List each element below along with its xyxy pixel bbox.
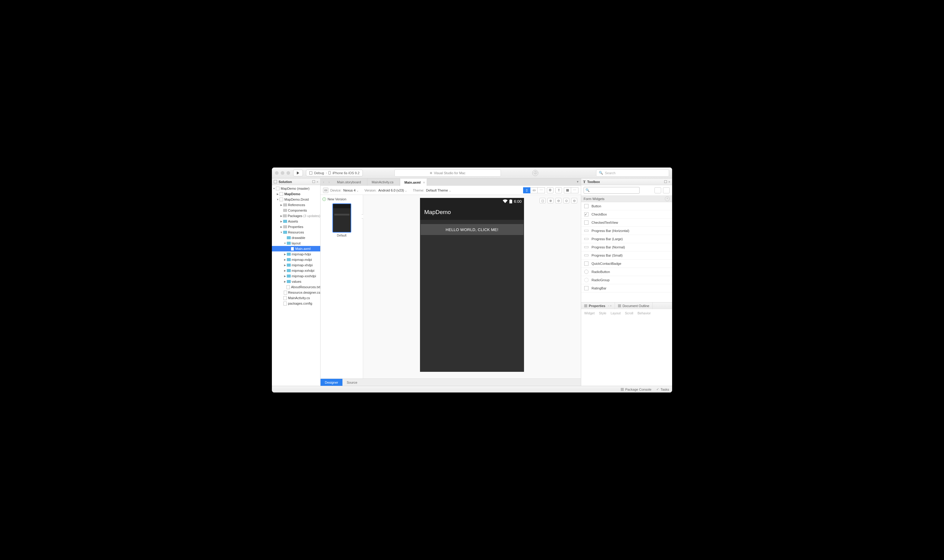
vs-icon: ◆	[430, 171, 432, 175]
toolbox-search-input[interactable]	[584, 187, 639, 194]
info-button[interactable]: ⓘ	[532, 170, 538, 176]
tree-resdesigner[interactable]: Resource.designer.cs	[272, 290, 320, 295]
tab-mainactivity[interactable]: MainActivity.cs	[367, 178, 400, 186]
toolbox-item-progress-large[interactable]: Progress Bar (Large)	[581, 235, 672, 243]
grid-icon[interactable]: ▦	[564, 187, 571, 193]
search-icon: 🔍	[585, 188, 590, 192]
zoom-fit-icon[interactable]: ◻	[539, 198, 545, 203]
tab-nav[interactable]: ‹›	[320, 178, 333, 186]
package-console-button[interactable]: Package Console	[621, 388, 651, 391]
solution-icon	[274, 180, 277, 183]
overflow-icon[interactable]: ⋯	[538, 187, 545, 193]
properties-tab[interactable]: Properties▫×	[581, 303, 615, 309]
toolbox-item-checkedtextview[interactable]: CheckedTextView	[581, 218, 672, 227]
subtab-layout[interactable]: Layout	[611, 311, 621, 315]
solution-tree[interactable]: ▼MapDemo (master) ▶MapDemo ▼MapDemo.Droi…	[272, 185, 320, 386]
tree-components[interactable]: Components	[272, 208, 320, 213]
tree-about[interactable]: AboutResources.txt	[272, 284, 320, 290]
phone-preview[interactable]: 6:00 MapDemo HELLO WORLD, CLICK ME!	[420, 198, 524, 372]
global-search[interactable]: 🔍 Search	[596, 169, 669, 177]
toolbox-item-progress-small[interactable]: Progress Bar (Small)	[581, 251, 672, 260]
view-segment[interactable]: ▦ ⋯	[564, 187, 579, 193]
subtab-widget[interactable]: Widget	[584, 311, 594, 315]
tab-main-storyboard[interactable]: Main.storyboard	[333, 178, 367, 186]
run-button[interactable]	[293, 170, 303, 176]
settings-icon[interactable]: ⚙	[547, 187, 553, 193]
version-selector[interactable]: Android 6.0 (v23) ⌄	[378, 189, 407, 192]
toolbox-item-radiogroup[interactable]: RadioGroup	[581, 276, 672, 284]
toolbox-item-checkbox[interactable]: ✓CheckBox	[581, 211, 672, 218]
close-icon[interactable]: ×	[668, 180, 670, 184]
toolbox-item-ratingbar[interactable]: RatingBar	[581, 284, 672, 292]
tree-assets[interactable]: ▶Assets	[272, 218, 320, 224]
toggle-designer-icon[interactable]: ▭	[323, 188, 328, 193]
toolbox-item-progress-normal[interactable]: Progress Bar (Normal)	[581, 243, 672, 251]
package-console-icon	[621, 388, 624, 391]
overflow2-icon[interactable]: ⋯	[571, 187, 579, 193]
subtab-behavior[interactable]: Behavior	[638, 311, 650, 315]
config-selector[interactable]: Debug › iPhone 6s iOS 9.2	[306, 170, 363, 176]
title-display: ◆ Visual Studio for Mac	[394, 169, 501, 177]
tree-main-axml[interactable]: Main.axml	[272, 246, 320, 251]
orientation-segment[interactable]: ▯ ▭ ⋯	[523, 187, 545, 193]
export-icon[interactable]: ⇪	[555, 187, 562, 193]
tab-close-icon[interactable]: ×	[423, 181, 425, 184]
tree-packages[interactable]: ▶Packages (3 updates)	[272, 213, 320, 218]
tab-main-axml[interactable]: Main.axml×	[400, 178, 427, 186]
tree-references[interactable]: ▶References	[272, 202, 320, 208]
traffic-lights[interactable]	[275, 171, 290, 175]
tabs-overflow-icon[interactable]: ▼	[576, 180, 579, 183]
tree-layout[interactable]: ▼layout	[272, 240, 320, 246]
theme-selector[interactable]: Default Theme ⌄	[426, 189, 451, 192]
tree-mipmap-mdpi[interactable]: ▶mipmap-mdpi	[272, 257, 320, 262]
subtab-style[interactable]: Style	[599, 311, 606, 315]
tree-drawable[interactable]: drawable	[272, 235, 320, 240]
version-column: + New Version Default	[320, 195, 363, 378]
version-thumbnail[interactable]	[333, 203, 351, 232]
design-canvas[interactable]: ◻ ⊕ ⊖ ⊙ ⊖ 6:00 MapDemo	[363, 195, 581, 378]
zoom-out-icon[interactable]: ⊖	[555, 198, 561, 203]
toolbox-item-button[interactable]: Button	[581, 202, 672, 211]
portrait-icon[interactable]: ▯	[523, 187, 530, 193]
tree-mipmap-xhdpi[interactable]: ▶mipmap-xhdpi	[272, 262, 320, 268]
toolbox-category[interactable]: Form Widgets ⌃	[581, 195, 672, 202]
toolbox-view-toggle1[interactable]	[654, 187, 661, 193]
tree-resources[interactable]: ▼Resources	[272, 229, 320, 235]
subtab-scroll[interactable]: Scroll	[625, 311, 633, 315]
tree-mipmap-xxxhdpi[interactable]: ▶mipmap-xxxhdpi	[272, 273, 320, 279]
new-version-button[interactable]: + New Version	[322, 197, 361, 201]
autohide-icon[interactable]	[664, 180, 667, 183]
config-label: Debug	[314, 171, 324, 175]
landscape-icon[interactable]: ▭	[530, 187, 538, 193]
toolbox-item-radiobutton[interactable]: RadioButton	[581, 268, 672, 276]
zoom-actual-icon[interactable]: ⊙	[563, 198, 569, 203]
toolbox-view-toggle2[interactable]	[663, 187, 670, 193]
svg-rect-0	[510, 200, 512, 203]
document-outline-tab[interactable]: Document Outline	[615, 303, 653, 309]
autohide-icon[interactable]	[312, 180, 315, 183]
collapse-icon[interactable]: ⌃	[665, 196, 670, 201]
device-selector[interactable]: Nexus 4 ⌄	[343, 189, 359, 192]
zoom-in-icon[interactable]: ⊕	[547, 198, 553, 203]
tree-values[interactable]: ▶values	[272, 279, 320, 284]
tree-packages-config[interactable]: packages.config	[272, 301, 320, 306]
toolbox-item-quickcontactbadge[interactable]: QuickContactBadge	[581, 260, 672, 268]
phone-title: MapDemo	[420, 205, 524, 220]
tree-root[interactable]: ▼MapDemo (master)	[272, 186, 320, 191]
tree-proj-mapdemo[interactable]: ▶MapDemo	[272, 191, 320, 197]
source-tab[interactable]: Source	[342, 379, 362, 386]
tree-mainactivity[interactable]: MainActivity.cs	[272, 295, 320, 301]
tree-proj-droid[interactable]: ▼MapDemo.Droid	[272, 197, 320, 202]
tree-properties[interactable]: ▶Properties	[272, 224, 320, 229]
check-icon: ✓	[656, 387, 659, 391]
hello-world-button[interactable]: HELLO WORLD, CLICK ME!	[420, 224, 524, 235]
canvas-area: + New Version Default ◻ ⊕ ⊖ ⊙ ⊖	[320, 195, 581, 378]
close-icon[interactable]: ×	[317, 180, 319, 184]
tasks-button[interactable]: ✓Tasks	[656, 387, 669, 391]
toolbox-item-progress-horizontal[interactable]: Progress Bar (Horizontal)	[581, 227, 672, 235]
tree-mipmap-hdpi[interactable]: ▶mipmap-hdpi	[272, 251, 320, 257]
designer-toolbar: ▭ Device: Nexus 4 ⌄ Version: Android 6.0…	[320, 186, 581, 195]
designer-tab[interactable]: Designer	[320, 379, 342, 386]
tree-mipmap-xxhdpi[interactable]: ▶mipmap-xxhdpi	[272, 268, 320, 273]
zoom-reset-icon[interactable]: ⊖	[571, 198, 577, 203]
